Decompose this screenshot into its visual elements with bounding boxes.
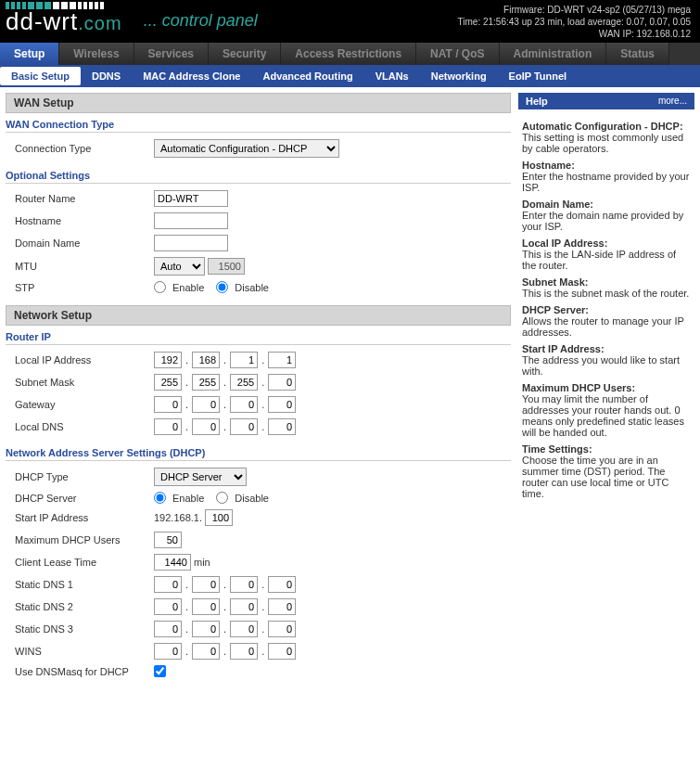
mask-1[interactable] [154,374,182,391]
sdns2-2[interactable] [192,598,220,615]
header: dd-wrt.com ... control panel Firmware: D… [0,0,700,43]
help-term: Domain Name: [522,199,691,210]
subtab-mac-clone[interactable]: MAC Address Clone [132,67,251,85]
tab-administration[interactable]: Administration [500,43,607,65]
mask-3[interactable] [230,374,258,391]
local-ip-4[interactable] [268,352,296,368]
local-ip-2[interactable] [192,352,220,368]
optional-settings-legend: Optional Settings [6,170,511,184]
subtab-advanced-routing[interactable]: Advanced Routing [251,67,363,85]
subnet-mask-label: Subnet Mask [15,377,154,388]
max-dhcp-input[interactable] [154,532,182,548]
router-name-input[interactable] [154,190,228,207]
lease-unit: min [194,557,210,568]
help-desc: Enter the hostname provided by your ISP. [522,171,691,193]
wan-conn-type-legend: WAN Connection Type [6,119,511,133]
help-desc: Enter the domain name provided by your I… [522,210,691,232]
tab-nat-qos[interactable]: NAT / QoS [416,43,499,65]
mask-4[interactable] [268,374,296,391]
dhcp-server-label: DHCP Server [15,493,154,504]
help-more-link[interactable]: more... [658,96,687,107]
help-desc: This is the LAN-side IP address of the r… [522,249,691,271]
help-desc: The address you would like to start with… [522,354,691,377]
help-term: DHCP Server: [522,304,691,315]
dhcp-enable-radio[interactable] [154,492,166,504]
gateway-label: Gateway [15,399,154,410]
wan-setup-title: WAN Setup [6,93,511,113]
tab-access-restrictions[interactable]: Access Restrictions [281,43,416,65]
subtab-networking[interactable]: Networking [420,67,498,85]
help-term: Start IP Address: [522,343,691,354]
tab-services[interactable]: Services [134,43,209,65]
sdns2-1[interactable] [154,598,182,615]
dns-2[interactable] [192,418,220,435]
lease-time-input[interactable] [154,554,191,571]
gw-4[interactable] [268,396,296,413]
start-ip-label: Start IP Address [15,512,154,523]
subtab-eoip-tunnel[interactable]: EoIP Tunnel [498,67,579,85]
dns-1[interactable] [154,418,182,435]
wins-label: WINS [15,646,154,657]
gw-3[interactable] [230,396,258,413]
stp-disable-radio[interactable] [216,281,228,293]
help-term: Hostname: [522,160,691,171]
sdns2-3[interactable] [230,598,258,615]
tab-wireless[interactable]: Wireless [59,43,134,65]
tab-setup[interactable]: Setup [0,43,59,65]
sdns1-3[interactable] [230,576,258,593]
hostname-input[interactable] [154,212,228,229]
dns-3[interactable] [230,418,258,435]
dhcp-disable-radio[interactable] [216,492,228,504]
max-dhcp-label: Maximum DHCP Users [15,534,154,545]
help-desc: Allows the router to manage your IP addr… [522,315,691,338]
stp-enable-radio[interactable] [154,281,166,293]
mask-2[interactable] [192,374,220,391]
connection-type-select[interactable]: Automatic Configuration - DHCP [154,139,339,158]
help-term: Local IP Address: [522,237,691,249]
sdns3-3[interactable] [230,621,258,637]
sdns3-2[interactable] [192,621,220,637]
wins-2[interactable] [192,643,220,660]
network-setup-title: Network Setup [6,305,511,326]
disable-label: Disable [235,282,269,293]
help-desc: This setting is most commonly used by ca… [522,132,691,154]
gw-2[interactable] [192,396,220,413]
local-ip-1[interactable] [154,352,182,368]
sdns3-4[interactable] [268,621,296,637]
help-desc: You may limit the number of addresses yo… [522,393,691,438]
dhcp-type-select[interactable]: DHCP Server [154,468,247,486]
start-ip-input[interactable] [205,509,233,526]
wins-1[interactable] [154,643,182,660]
sdns3-1[interactable] [154,621,182,637]
local-ip-label: Local IP Address [15,354,154,366]
gw-1[interactable] [154,396,182,413]
tab-security[interactable]: Security [209,43,281,65]
local-ip-3[interactable] [230,352,258,368]
subtab-vlans[interactable]: VLANs [364,67,420,85]
sdns2-4[interactable] [268,598,296,615]
start-ip-prefix: 192.168.1. [154,512,202,523]
wins-4[interactable] [268,643,296,660]
wins-3[interactable] [230,643,258,660]
sdns1-4[interactable] [268,576,296,593]
dnsmasq-checkbox[interactable] [154,665,166,677]
help-term: Subnet Mask: [522,276,691,288]
router-name-label: Router Name [15,193,154,204]
dhcp-legend: Network Address Server Settings (DHCP) [6,447,511,461]
tab-status[interactable]: Status [606,43,669,65]
mtu-mode-select[interactable]: Auto [154,257,205,276]
sdns1-2[interactable] [192,576,220,593]
subtab-ddns[interactable]: DDNS [81,67,132,85]
lease-time-label: Client Lease Time [15,557,154,568]
help-term: Maximum DHCP Users: [522,382,691,393]
sub-tabs: Basic Setup DDNS MAC Address Clone Advan… [0,65,700,87]
subtab-basic-setup[interactable]: Basic Setup [0,67,81,85]
enable-label: Enable [172,282,204,293]
logo: dd-wrt.com [6,7,122,35]
dnsmasq-label: Use DNSMasq for DHCP [15,666,154,677]
sdns1-1[interactable] [154,576,182,593]
main-tabs: Setup Wireless Services Security Access … [0,43,700,65]
mtu-value-input [208,258,245,275]
dns-4[interactable] [268,418,296,435]
domain-name-input[interactable] [154,235,228,251]
